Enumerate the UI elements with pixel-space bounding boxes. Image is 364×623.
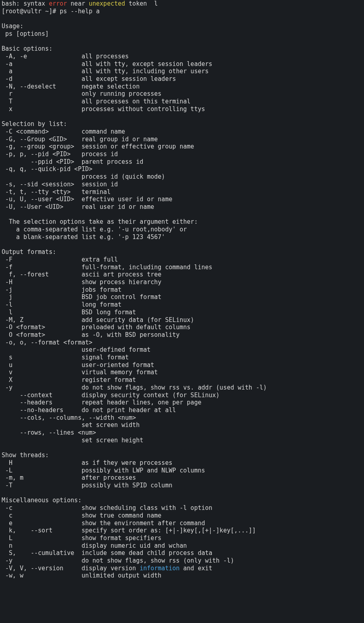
terminal-line: -y do not show flags, show rss (only wit… [2,557,362,565]
terminal-segment: token l [125,0,158,7]
terminal-line: --ppid <PID> parent process id [2,158,362,166]
terminal-line: -H show process hierarchy [2,278,362,286]
terminal-line: j BSD job control format [2,293,362,301]
terminal-line: -O <format> preloaded with default colum… [2,324,362,331]
terminal-segment: l BSD long format [2,309,136,316]
terminal-line: -N, --deselect negate selection [2,83,362,91]
terminal-segment: -O <format> preloaded with default colum… [2,324,191,331]
terminal-segment: a blank-separated list e.g. '-p 123 4567… [2,233,165,241]
terminal-segment: -u, U, --user <UID> effective user id or… [2,196,172,203]
terminal-output[interactable]: bash: syntax error near unexpected token… [0,0,364,582]
terminal-segment: Basic options: [2,45,52,52]
terminal-line [2,15,362,23]
terminal-line: -u, U, --user <UID> effective user id or… [2,196,362,203]
terminal-line: --no-headers do not print header at all [2,406,362,414]
terminal-segment: near [67,0,89,7]
terminal-segment: L show format specifiers [2,534,161,542]
terminal-segment: H as if they were processes [2,459,172,466]
terminal-line: -L possibly with LWP and NLWP columns [2,467,362,474]
terminal-line: e show the environment after command [2,520,362,527]
terminal-segment: -N, --deselect negate selection [2,83,140,90]
terminal-segment: error [49,0,67,7]
terminal-line: --context display security context (for … [2,392,362,399]
terminal-segment: -U, --User <UID> real user id or name [2,203,154,210]
terminal-segment: r only running processes [2,90,161,97]
terminal-line: S, --cumulative include some dead child … [2,549,362,557]
terminal-line: -s, --sid <session> session id [2,181,362,188]
terminal-segment: -g, --group <group> session or effective… [2,143,194,150]
terminal-line: ps [options] [2,30,362,38]
terminal-line: -T possibly with SPID column [2,482,362,489]
terminal-segment: -G, --Group <GID> real group id or name [2,136,158,143]
terminal-segment: Usage: [2,23,23,30]
terminal-line: -F extra full [2,256,362,264]
terminal-segment: -j jobs format [2,286,121,293]
terminal-segment: -H show process hierarchy [2,278,161,286]
terminal-segment: -m, m after processes [2,474,136,481]
terminal-line: -M, Z add security data (for SELinux) [2,316,362,324]
terminal-segment: -d all except session leaders [2,75,176,83]
terminal-line: u user-oriented format [2,361,362,369]
terminal-segment: -w, w unlimited output width [2,572,161,579]
terminal-segment: and exit [180,565,212,572]
terminal-segment: Show threads: [2,452,49,459]
terminal-line: r only running processes [2,90,362,98]
terminal-line: -p, p, --pid <PID> process id [2,151,362,158]
terminal-segment: information [140,565,179,572]
terminal-line: s signal format [2,354,362,361]
terminal-line: -A, -e all processes [2,53,362,60]
terminal-line: L show format specifiers [2,534,362,542]
terminal-segment: -s, --sid <session> session id [2,181,118,188]
terminal-segment: -V, V, --version display version [2,565,140,572]
terminal-line: n display numeric uid and wchan [2,542,362,550]
terminal-segment: c show true command name [2,512,161,519]
terminal-line: -w, w unlimited output width [2,572,362,580]
terminal-segment: x processes without controlling ttys [2,105,205,113]
terminal-segment: a comma-separated list e.g. '-u root,nob… [2,226,187,233]
terminal-line: Output formats: [2,248,362,256]
terminal-segment: --headers repeat header lines, one per p… [2,399,202,406]
terminal-line: -o, o, --format <format> [2,339,362,347]
terminal-line: v virtual memory format [2,369,362,376]
terminal-line: process id (quick mode) [2,173,362,181]
terminal-segment: Selection by list: [2,120,67,128]
terminal-line: -c show scheduling class with -l option [2,504,362,512]
terminal-segment: set screen width [2,421,140,429]
terminal-line: -d all except session leaders [2,75,362,83]
terminal-segment: -A, -e all processes [2,53,129,60]
terminal-line: --rows, --lines <num> [2,429,362,437]
terminal-line: -G, --Group <GID> real group id or name [2,136,362,143]
terminal-segment: --no-headers do not print header at all [2,406,176,414]
terminal-line [2,489,362,497]
terminal-segment: -o, o, --format <format> [2,339,93,346]
terminal-segment: -c show scheduling class with -l option [2,504,212,512]
terminal-line: f, --forest ascii art process tree [2,271,362,278]
terminal-line: user-defined format [2,346,362,354]
terminal-segment: --cols, --columns, --width <num> [2,414,136,421]
terminal-segment: --context display security context (for … [2,392,220,399]
terminal-line: Show threads: [2,452,362,459]
terminal-line: -a all with tty, except session leaders [2,60,362,68]
terminal-segment: --ppid <PID> parent process id [2,158,143,165]
terminal-segment: k, --sort specify sort order as: [+|-]ke… [2,527,256,534]
terminal-segment: Miscellaneous options: [2,497,82,504]
terminal-segment: -C <command> command name [2,128,125,135]
terminal-segment: --rows, --lines <num> [2,429,96,436]
terminal-segment: The selection options take as their argu… [2,218,198,225]
terminal-segment: a all with tty, including other users [2,68,209,75]
terminal-segment: S, --cumulative include some dead child … [2,549,212,557]
terminal-segment: T all processes on this terminal [2,98,191,105]
terminal-segment: set screen height [2,437,143,444]
terminal-segment: v virtual memory format [2,369,158,376]
terminal-line: set screen width [2,421,362,429]
terminal-line: [root@vultr ~]# ps --help a [2,8,362,15]
terminal-line: Selection by list: [2,120,362,128]
terminal-line: Usage: [2,23,362,30]
terminal-line [2,211,362,219]
terminal-line [2,241,362,249]
terminal-segment: n display numeric uid and wchan [2,542,187,549]
terminal-segment: O <format> as -O, with BSD personality [2,331,180,338]
terminal-segment: j BSD job control format [2,293,161,301]
terminal-line: -t, t, --tty <tty> terminal [2,188,362,196]
terminal-line: T all processes on this terminal [2,98,362,105]
